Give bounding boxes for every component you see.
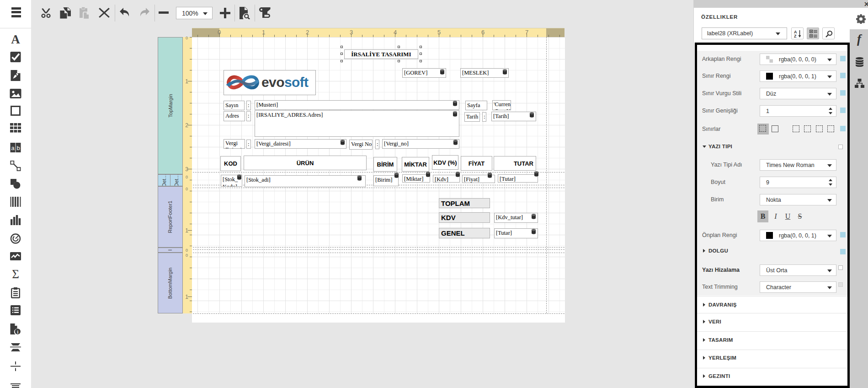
svg-text:b: b: [16, 145, 20, 151]
svg-text:i: i: [17, 330, 18, 334]
svg-text:Z: Z: [794, 34, 797, 38]
svg-text:a: a: [11, 145, 15, 151]
